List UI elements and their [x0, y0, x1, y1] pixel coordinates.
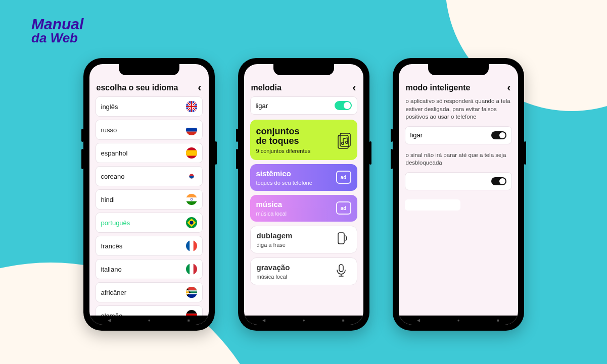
phones-row: escolha o seu idioma ‹ inglêsrussoespanh… — [0, 58, 607, 331]
language-item-br[interactable]: português — [96, 213, 203, 233]
svg-rect-40 — [186, 310, 197, 314]
ad-badge-icon: ad — [336, 201, 351, 215]
back-button[interactable]: ‹ — [352, 81, 356, 94]
language-label: espanhol — [101, 149, 128, 157]
page-title: modo inteligente — [406, 83, 471, 92]
nav-recent-icon[interactable]: ■ — [188, 318, 190, 323]
stage: Manual da Web escolha o seu idioma ‹ ing… — [0, 0, 607, 364]
language-item-de[interactable]: alemão — [96, 305, 203, 316]
svg-rect-5 — [186, 106, 197, 107]
nav-recent-icon[interactable]: ■ — [497, 318, 499, 323]
nav-back-icon[interactable]: ◀ — [262, 318, 265, 323]
phone-side-button — [236, 149, 238, 169]
svg-rect-17 — [186, 194, 197, 197]
ringtones-icon — [334, 131, 351, 148]
nav-back-icon[interactable]: ◀ — [108, 318, 111, 323]
language-label: coreano — [101, 173, 125, 180]
phone-notch — [428, 64, 489, 75]
svg-rect-28 — [193, 240, 197, 251]
svg-rect-48 — [339, 265, 343, 272]
melodia-content: ligarconjuntos de toques9 conjuntos dife… — [244, 96, 363, 316]
toggle-switch[interactable] — [335, 101, 352, 110]
brand-logo-line2: da Web — [31, 32, 83, 44]
hint-text-2: o sinal não irá parar até que a tela sej… — [405, 150, 512, 172]
language-item-it[interactable]: italiano — [96, 259, 203, 279]
phone-language: escolha o seu idioma ‹ inglêsrussoespanh… — [83, 58, 215, 331]
melodia-card-grad2-música[interactable]: músicamúsica localad — [250, 195, 357, 222]
toggle-label: ligar — [256, 102, 268, 110]
flag-icon-in — [186, 194, 197, 205]
flag-icon-kr — [186, 171, 197, 182]
melodia-card-grad1-sistêmico[interactable]: sistêmicotoques do seu telefonead — [250, 164, 357, 191]
phone-side-button — [391, 129, 393, 142]
language-label: português — [101, 219, 130, 227]
flag-icon-fr — [186, 240, 197, 251]
svg-rect-8 — [186, 128, 197, 131]
flag-icon-ru — [186, 124, 197, 135]
language-label: russo — [101, 126, 117, 134]
android-navbar: ◀ ● ■ — [399, 316, 518, 325]
page-title: melodia — [251, 83, 282, 92]
page-title: escolha o seu idioma — [97, 83, 178, 92]
phone-side-button — [524, 141, 526, 165]
back-button[interactable]: ‹ — [507, 81, 510, 94]
brand-logo: Manual da Web — [31, 17, 83, 44]
language-label: alemão — [101, 312, 123, 316]
language-label: italiano — [101, 266, 122, 273]
phone-notch — [273, 64, 334, 75]
flag-icon-it — [186, 264, 197, 275]
nav-recent-icon[interactable]: ■ — [342, 318, 345, 323]
language-label: africâner — [101, 289, 127, 296]
phone-side-button — [391, 149, 393, 169]
brand-logo-line1: Manual — [31, 17, 83, 32]
language-label: francês — [101, 242, 123, 250]
svg-rect-26 — [186, 240, 190, 251]
language-item-kr[interactable]: coreano — [96, 166, 203, 186]
melodia-card-plain-dublagem[interactable]: dublagemdiga a frase — [250, 226, 357, 253]
language-item-es[interactable]: espanhol — [96, 143, 203, 163]
melodia-toggle-row[interactable]: ligar — [250, 96, 357, 115]
flag-icon-es — [186, 147, 197, 159]
phone-side-button — [369, 141, 371, 165]
smartmode-content: o aplicativo só responderá quando a tela… — [399, 96, 518, 316]
toggle-row-secondary[interactable] — [405, 172, 512, 190]
nav-home-icon[interactable]: ● — [303, 318, 305, 323]
phone-speak-icon — [334, 231, 351, 248]
language-item-fr[interactable]: francês — [96, 236, 203, 256]
mic-icon — [334, 263, 351, 280]
language-list: inglêsrussoespanholcoreanohindiportuguês… — [89, 96, 209, 316]
phone-notch — [119, 64, 179, 75]
svg-rect-27 — [190, 240, 193, 251]
svg-rect-18 — [186, 197, 197, 201]
melodia-card-hero-conjuntos-de-toques[interactable]: conjuntos de toques9 conjuntos diferente… — [250, 120, 357, 160]
toggle-row-ligar[interactable]: ligar — [405, 126, 512, 144]
nav-home-icon[interactable]: ● — [457, 318, 460, 323]
toggle-switch[interactable] — [491, 131, 506, 139]
melodia-card-plain-gravação[interactable]: gravaçãomúsica local — [250, 257, 357, 285]
placeholder-chip — [405, 199, 460, 211]
svg-point-46 — [345, 141, 347, 143]
svg-rect-7 — [186, 124, 197, 128]
svg-rect-19 — [186, 201, 197, 205]
back-button[interactable]: ‹ — [198, 81, 201, 94]
screen-language: escolha o seu idioma ‹ inglêsrussoespanh… — [89, 64, 209, 325]
screen-melodia: melodia ‹ ligarconjuntos de toques9 conj… — [244, 64, 363, 325]
phone-side-button — [236, 129, 238, 142]
nav-home-icon[interactable]: ● — [148, 318, 151, 323]
hint-text-1: o aplicativo só responderá quando a tela… — [405, 96, 512, 126]
svg-rect-12 — [186, 150, 197, 156]
svg-rect-47 — [338, 233, 344, 244]
ad-badge-icon: ad — [336, 171, 351, 184]
svg-rect-9 — [186, 132, 197, 135]
language-item-in[interactable]: hindi — [96, 189, 203, 210]
android-navbar: ◀ ● ■ — [89, 316, 209, 325]
phone-side-button — [81, 149, 83, 169]
nav-back-icon[interactable]: ◀ — [417, 318, 420, 323]
language-item-za[interactable]: africâner — [96, 282, 203, 302]
toggle-switch[interactable] — [491, 177, 506, 185]
language-item-gb[interactable]: inglês — [96, 96, 203, 117]
language-item-ru[interactable]: russo — [96, 120, 203, 140]
screen-smartmode: modo inteligente ‹ o aplicativo só respo… — [399, 64, 518, 325]
flag-icon-de — [186, 310, 197, 316]
svg-point-24 — [190, 221, 193, 224]
